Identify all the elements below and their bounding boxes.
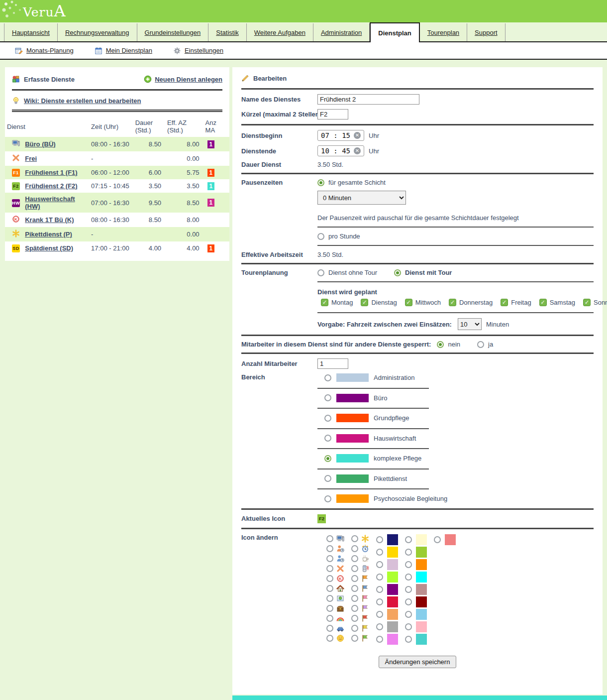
tour-ohne-radio[interactable]: Dienst ohne Tour — [317, 269, 377, 276]
color-option[interactable] — [376, 571, 398, 583]
icon-option[interactable] — [326, 593, 344, 603]
name-input[interactable] — [317, 94, 419, 105]
service-link[interactable]: Frühdienst 1 (F1) — [25, 169, 77, 176]
main-tab[interactable]: Support — [467, 23, 506, 41]
color-option[interactable] — [376, 633, 398, 646]
icon-option[interactable] — [351, 623, 369, 633]
pause-prostunde-radio[interactable]: pro Stunde — [317, 233, 360, 240]
icon-option[interactable] — [326, 583, 344, 593]
icon-option[interactable] — [326, 564, 344, 574]
color-option[interactable] — [405, 571, 427, 583]
icon-option[interactable] — [351, 583, 369, 593]
weekday-checkbox[interactable]: Mittwoch — [405, 299, 441, 306]
weekday-checkbox[interactable]: Freitag — [501, 299, 531, 306]
icon-option[interactable] — [351, 593, 369, 603]
service-link[interactable]: Büro (BÜ) — [25, 140, 55, 148]
save-button[interactable]: Änderungen speichern — [379, 656, 457, 668]
clear-time-icon[interactable]: ✕ — [354, 132, 361, 139]
kuerzel-input[interactable] — [317, 109, 348, 119]
icon-option[interactable] — [351, 574, 369, 583]
color-option[interactable] — [376, 596, 398, 608]
bereich-option[interactable]: Büro — [324, 394, 387, 402]
color-option[interactable] — [434, 534, 456, 546]
color-option[interactable] — [376, 583, 398, 596]
bereich-option[interactable]: Pikettdienst — [324, 474, 407, 483]
main-tab[interactable]: Rechnungsverwaltung — [58, 23, 137, 41]
weekday-checkbox[interactable]: Montag — [321, 299, 353, 306]
icon-option[interactable] — [351, 534, 369, 544]
color-option[interactable] — [405, 583, 427, 596]
service-link[interactable]: Krank 1T Bü (K) — [25, 216, 74, 224]
tour-mit-radio[interactable]: Dienst mit Tour — [394, 269, 452, 276]
weekday-checkbox[interactable]: Donnerstag — [449, 299, 493, 306]
bereich-option[interactable]: Grundpflege — [324, 414, 409, 422]
weekday-checkbox[interactable]: Dienstag — [361, 299, 397, 306]
asterisk-icon — [12, 230, 20, 237]
bereich-option[interactable]: Hauswirtschaft — [324, 434, 416, 443]
service-link[interactable]: Pikettdienst (P) — [25, 231, 72, 238]
wiki-link[interactable]: Wiki: Dienste erstellen und bearbeiten — [24, 97, 141, 105]
main-tab[interactable]: Tourenplan — [420, 23, 467, 41]
tab-label: Grundeinstellungen — [145, 29, 201, 36]
ende-time-input[interactable]: 10 : 45 ✕ — [317, 145, 364, 156]
color-option[interactable] — [405, 534, 427, 546]
service-link[interactable]: Hausweritschaft (HW) — [25, 195, 75, 210]
color-option[interactable] — [376, 559, 398, 571]
subnav-item[interactable]: Monats-Planung — [15, 47, 74, 55]
main-tab[interactable]: Dienstplan — [370, 22, 419, 42]
cubes-icon — [12, 75, 20, 83]
icon-option[interactable] — [351, 613, 369, 623]
gesperrt-ja-radio[interactable]: ja — [477, 341, 493, 348]
icon-option[interactable] — [326, 603, 344, 613]
gesperrt-nein-radio[interactable]: nein — [437, 341, 460, 348]
main-tab[interactable]: Administration — [313, 23, 370, 41]
icon-option[interactable]: K — [326, 574, 344, 583]
service-abbrev-icon: F2 — [12, 182, 20, 190]
icon-option[interactable] — [326, 613, 344, 623]
icon-option[interactable] — [326, 554, 344, 564]
icon-option[interactable] — [326, 534, 344, 544]
color-option[interactable] — [376, 546, 398, 559]
bereich-option[interactable]: komplexe Pflege — [324, 454, 421, 463]
main-tab[interactable]: Hauptansicht — [4, 23, 58, 41]
color-option[interactable] — [405, 596, 427, 608]
color-option[interactable] — [405, 608, 427, 621]
service-effective: 0.00 — [165, 151, 203, 166]
divider — [317, 468, 429, 469]
icon-option[interactable] — [326, 633, 344, 643]
service-link[interactable]: Frei — [25, 155, 37, 162]
subnav-item[interactable]: Mein Dienstplan — [95, 47, 152, 55]
anzahl-input[interactable] — [317, 358, 348, 369]
pause-minutes-select[interactable]: 0 Minuten — [317, 191, 406, 205]
fahrzeit-select[interactable]: 10 — [458, 318, 482, 330]
new-service-link[interactable]: Neuen Dienst anlegen — [144, 75, 222, 83]
bereich-option[interactable]: Psychosoziale Begleitung — [324, 494, 447, 503]
icon-option[interactable] — [326, 544, 344, 554]
service-link[interactable]: Spätdienst (SD) — [25, 244, 73, 252]
color-option[interactable] — [405, 633, 427, 646]
icon-aendern-row: Icon ändern K — [241, 534, 594, 646]
color-option[interactable] — [376, 608, 398, 621]
weekday-checkbox[interactable]: Samstag — [539, 299, 575, 306]
color-option[interactable] — [405, 546, 427, 559]
color-option[interactable] — [405, 559, 427, 571]
color-option[interactable] — [376, 534, 398, 546]
main-tab[interactable]: Statistik — [208, 23, 247, 41]
color-option[interactable] — [405, 621, 427, 633]
clear-time-icon[interactable]: ✕ — [354, 147, 361, 154]
icon-option[interactable] — [351, 554, 369, 564]
pause-gesamt-radio[interactable]: für gesamte Schicht — [317, 179, 519, 186]
icon-option[interactable] — [351, 603, 369, 613]
main-tab[interactable]: Weitere Aufgaben — [247, 23, 313, 41]
subnav-item[interactable]: Einstellungen — [173, 47, 223, 55]
icon-option[interactable] — [351, 564, 369, 574]
color-option[interactable] — [376, 621, 398, 633]
icon-option[interactable] — [326, 623, 344, 633]
main-tab[interactable]: Grundeinstellungen — [137, 23, 209, 41]
bereich-option[interactable]: Administration — [324, 373, 414, 382]
icon-option[interactable] — [351, 633, 369, 643]
beginn-time-input[interactable]: 07 : 15 ✕ — [317, 130, 364, 141]
service-link[interactable]: Frühdienst 2 (F2) — [25, 182, 77, 190]
weekday-checkbox[interactable]: Sonntag — [583, 299, 607, 306]
icon-option[interactable] — [351, 544, 369, 554]
